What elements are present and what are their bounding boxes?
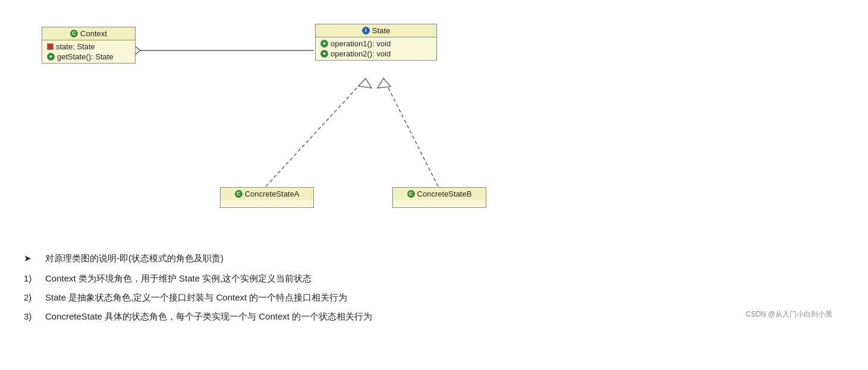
state-box-header: I State — [316, 24, 436, 37]
context-state-field: state: State — [56, 42, 95, 51]
svg-marker-5 — [378, 78, 391, 88]
getstate-icon: ● — [47, 53, 55, 61]
context-box: C Context state: State ● getState(): Sta… — [42, 27, 136, 64]
concrete-b-header: C ConcreteStateB — [393, 188, 486, 200]
context-box-header: C Context — [42, 27, 135, 40]
item-2-content: State 是抽象状态角色,定义一个接口封装与 Context 的一个特点接口相… — [45, 289, 347, 306]
concrete-a-title: ConcreteStateA — [245, 189, 300, 198]
bullet-item: ➤ 对原理类图的说明-即(状态模式的角色及职责) — [24, 249, 844, 267]
context-row-2: ● getState(): State — [47, 52, 130, 62]
num-3: 3) — [24, 308, 45, 325]
bullet-text: 对原理类图的说明-即(状态模式的角色及职责) — [45, 249, 224, 267]
item-1-content: Context 类为环境角色，用于维护 State 实例,这个实例定义当前状态 — [45, 270, 312, 287]
op1-icon: ● — [320, 40, 328, 48]
num-2: 2) — [24, 289, 45, 306]
state-row-1: ● operation1(): void — [320, 39, 432, 49]
numbered-item-2: 2) State 是抽象状态角色,定义一个接口封装与 Context 的一个特点… — [24, 289, 844, 306]
concrete-a-icon: C — [235, 190, 243, 198]
uml-diagram: C Context state: State ● getState(): Sta… — [24, 12, 844, 243]
svg-line-4 — [383, 78, 438, 186]
state-op2: operation2(): void — [331, 49, 391, 58]
state-row-2: ● operation2(): void — [320, 49, 432, 59]
concrete-b-title: ConcreteStateB — [417, 189, 472, 198]
item-3-content: ConcreteState 具体的状态角色，每个子类实现一个与 Context … — [45, 308, 372, 325]
num-1: 1) — [24, 270, 45, 287]
concrete-b-icon: C — [407, 190, 415, 198]
state-icon: I — [362, 27, 370, 34]
svg-marker-3 — [358, 78, 372, 88]
watermark: CSDN @从入门小白到小黑 — [746, 309, 832, 320]
concrete-b-box: C ConcreteStateB — [392, 187, 486, 208]
numbered-item-3: 3) ConcreteState 具体的状态角色，每个子类实现一个与 Conte… — [24, 308, 844, 325]
state-field-icon — [47, 43, 54, 50]
numbered-item-1: 1) Context 类为环境角色，用于维护 State 实例,这个实例定义当前… — [24, 270, 844, 287]
context-row-1: state: State — [47, 42, 130, 52]
arrow-symbol: ➤ — [24, 249, 36, 267]
state-title: State — [372, 26, 390, 35]
context-icon: C — [70, 30, 78, 37]
text-section: ➤ 对原理类图的说明-即(状态模式的角色及职责) 1) Context 类为环境… — [24, 249, 844, 325]
context-getstate-method: getState(): State — [57, 52, 114, 61]
op2-icon: ● — [320, 50, 328, 58]
concrete-a-header: C ConcreteStateA — [221, 188, 313, 200]
svg-line-2 — [266, 78, 366, 186]
state-op1: operation1(): void — [331, 39, 391, 48]
context-box-body: state: State ● getState(): State — [42, 40, 135, 63]
state-box: I State ● operation1(): void ● operation… — [315, 24, 437, 61]
state-box-body: ● operation1(): void ● operation2(): voi… — [316, 37, 436, 60]
concrete-a-box: C ConcreteStateA — [220, 187, 314, 208]
context-title: Context — [80, 29, 107, 38]
